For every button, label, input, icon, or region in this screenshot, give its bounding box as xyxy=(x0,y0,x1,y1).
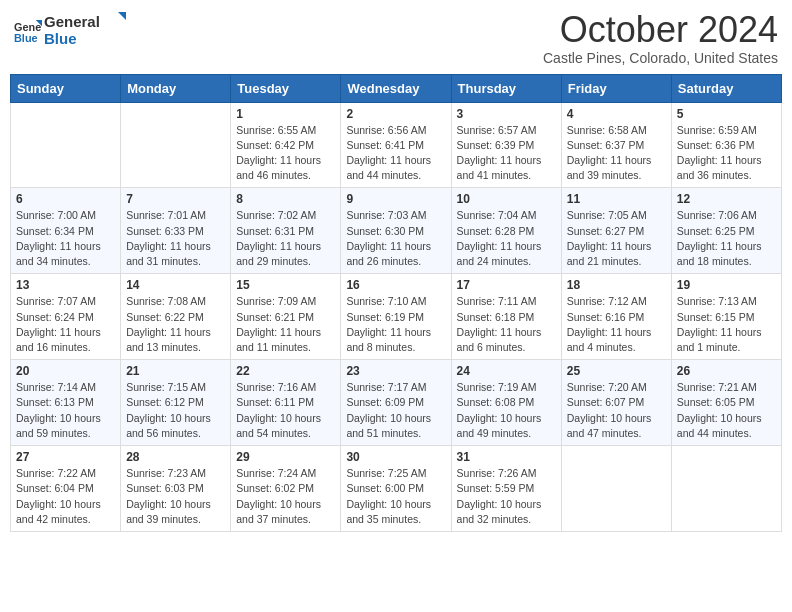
day-number: 3 xyxy=(457,107,556,121)
day-info: Sunrise: 7:09 AM Sunset: 6:21 PM Dayligh… xyxy=(236,294,335,355)
day-info: Sunrise: 7:08 AM Sunset: 6:22 PM Dayligh… xyxy=(126,294,225,355)
day-info: Sunrise: 7:01 AM Sunset: 6:33 PM Dayligh… xyxy=(126,208,225,269)
calendar-week-2: 6Sunrise: 7:00 AM Sunset: 6:34 PM Daylig… xyxy=(11,188,782,274)
calendar-cell: 29Sunrise: 7:24 AM Sunset: 6:02 PM Dayli… xyxy=(231,446,341,532)
calendar-header-row: SundayMondayTuesdayWednesdayThursdayFrid… xyxy=(11,74,782,102)
day-number: 19 xyxy=(677,278,776,292)
calendar-table: SundayMondayTuesdayWednesdayThursdayFrid… xyxy=(10,74,782,532)
day-number: 8 xyxy=(236,192,335,206)
day-info: Sunrise: 7:20 AM Sunset: 6:07 PM Dayligh… xyxy=(567,380,666,441)
calendar-cell xyxy=(121,102,231,188)
day-number: 29 xyxy=(236,450,335,464)
day-info: Sunrise: 7:25 AM Sunset: 6:00 PM Dayligh… xyxy=(346,466,445,527)
day-number: 26 xyxy=(677,364,776,378)
calendar-cell: 5Sunrise: 6:59 AM Sunset: 6:36 PM Daylig… xyxy=(671,102,781,188)
day-number: 11 xyxy=(567,192,666,206)
day-number: 18 xyxy=(567,278,666,292)
day-number: 5 xyxy=(677,107,776,121)
calendar-week-1: 1Sunrise: 6:55 AM Sunset: 6:42 PM Daylig… xyxy=(11,102,782,188)
page-header: General Blue General Blue October 2024 C… xyxy=(10,10,782,66)
day-number: 1 xyxy=(236,107,335,121)
calendar-cell xyxy=(561,446,671,532)
calendar-cell: 16Sunrise: 7:10 AM Sunset: 6:19 PM Dayli… xyxy=(341,274,451,360)
day-info: Sunrise: 7:17 AM Sunset: 6:09 PM Dayligh… xyxy=(346,380,445,441)
calendar-cell xyxy=(671,446,781,532)
day-number: 9 xyxy=(346,192,445,206)
calendar-cell: 7Sunrise: 7:01 AM Sunset: 6:33 PM Daylig… xyxy=(121,188,231,274)
title-block: October 2024 Castle Pines, Colorado, Uni… xyxy=(543,10,778,66)
calendar-cell: 21Sunrise: 7:15 AM Sunset: 6:12 PM Dayli… xyxy=(121,360,231,446)
calendar-cell: 31Sunrise: 7:26 AM Sunset: 5:59 PM Dayli… xyxy=(451,446,561,532)
day-info: Sunrise: 7:05 AM Sunset: 6:27 PM Dayligh… xyxy=(567,208,666,269)
col-header-sunday: Sunday xyxy=(11,74,121,102)
calendar-cell: 12Sunrise: 7:06 AM Sunset: 6:25 PM Dayli… xyxy=(671,188,781,274)
calendar-cell xyxy=(11,102,121,188)
day-number: 22 xyxy=(236,364,335,378)
calendar-cell: 23Sunrise: 7:17 AM Sunset: 6:09 PM Dayli… xyxy=(341,360,451,446)
svg-text:Blue: Blue xyxy=(44,30,77,47)
day-info: Sunrise: 7:07 AM Sunset: 6:24 PM Dayligh… xyxy=(16,294,115,355)
logo-icon: General Blue xyxy=(14,17,42,45)
calendar-cell: 10Sunrise: 7:04 AM Sunset: 6:28 PM Dayli… xyxy=(451,188,561,274)
col-header-monday: Monday xyxy=(121,74,231,102)
day-number: 4 xyxy=(567,107,666,121)
svg-text:General: General xyxy=(44,13,100,30)
col-header-wednesday: Wednesday xyxy=(341,74,451,102)
day-info: Sunrise: 7:12 AM Sunset: 6:16 PM Dayligh… xyxy=(567,294,666,355)
calendar-cell: 25Sunrise: 7:20 AM Sunset: 6:07 PM Dayli… xyxy=(561,360,671,446)
day-info: Sunrise: 7:11 AM Sunset: 6:18 PM Dayligh… xyxy=(457,294,556,355)
calendar-cell: 11Sunrise: 7:05 AM Sunset: 6:27 PM Dayli… xyxy=(561,188,671,274)
day-info: Sunrise: 7:26 AM Sunset: 5:59 PM Dayligh… xyxy=(457,466,556,527)
location: Castle Pines, Colorado, United States xyxy=(543,50,778,66)
calendar-cell: 17Sunrise: 7:11 AM Sunset: 6:18 PM Dayli… xyxy=(451,274,561,360)
col-header-saturday: Saturday xyxy=(671,74,781,102)
logo: General Blue General Blue xyxy=(14,10,134,52)
day-info: Sunrise: 7:22 AM Sunset: 6:04 PM Dayligh… xyxy=(16,466,115,527)
calendar-cell: 8Sunrise: 7:02 AM Sunset: 6:31 PM Daylig… xyxy=(231,188,341,274)
day-info: Sunrise: 7:06 AM Sunset: 6:25 PM Dayligh… xyxy=(677,208,776,269)
day-info: Sunrise: 6:59 AM Sunset: 6:36 PM Dayligh… xyxy=(677,123,776,184)
day-number: 24 xyxy=(457,364,556,378)
calendar-cell: 26Sunrise: 7:21 AM Sunset: 6:05 PM Dayli… xyxy=(671,360,781,446)
day-number: 15 xyxy=(236,278,335,292)
calendar-cell: 2Sunrise: 6:56 AM Sunset: 6:41 PM Daylig… xyxy=(341,102,451,188)
col-header-friday: Friday xyxy=(561,74,671,102)
col-header-thursday: Thursday xyxy=(451,74,561,102)
day-number: 21 xyxy=(126,364,225,378)
day-number: 31 xyxy=(457,450,556,464)
day-info: Sunrise: 6:57 AM Sunset: 6:39 PM Dayligh… xyxy=(457,123,556,184)
day-number: 27 xyxy=(16,450,115,464)
svg-text:Blue: Blue xyxy=(14,32,38,44)
day-info: Sunrise: 7:24 AM Sunset: 6:02 PM Dayligh… xyxy=(236,466,335,527)
day-info: Sunrise: 7:16 AM Sunset: 6:11 PM Dayligh… xyxy=(236,380,335,441)
day-number: 10 xyxy=(457,192,556,206)
day-info: Sunrise: 7:19 AM Sunset: 6:08 PM Dayligh… xyxy=(457,380,556,441)
calendar-cell: 27Sunrise: 7:22 AM Sunset: 6:04 PM Dayli… xyxy=(11,446,121,532)
day-info: Sunrise: 7:15 AM Sunset: 6:12 PM Dayligh… xyxy=(126,380,225,441)
calendar-cell: 18Sunrise: 7:12 AM Sunset: 6:16 PM Dayli… xyxy=(561,274,671,360)
calendar-cell: 24Sunrise: 7:19 AM Sunset: 6:08 PM Dayli… xyxy=(451,360,561,446)
day-info: Sunrise: 7:02 AM Sunset: 6:31 PM Dayligh… xyxy=(236,208,335,269)
day-info: Sunrise: 7:14 AM Sunset: 6:13 PM Dayligh… xyxy=(16,380,115,441)
calendar-cell: 20Sunrise: 7:14 AM Sunset: 6:13 PM Dayli… xyxy=(11,360,121,446)
calendar-cell: 4Sunrise: 6:58 AM Sunset: 6:37 PM Daylig… xyxy=(561,102,671,188)
calendar-cell: 22Sunrise: 7:16 AM Sunset: 6:11 PM Dayli… xyxy=(231,360,341,446)
day-number: 6 xyxy=(16,192,115,206)
day-number: 30 xyxy=(346,450,445,464)
calendar-cell: 30Sunrise: 7:25 AM Sunset: 6:00 PM Dayli… xyxy=(341,446,451,532)
calendar-cell: 9Sunrise: 7:03 AM Sunset: 6:30 PM Daylig… xyxy=(341,188,451,274)
day-info: Sunrise: 7:03 AM Sunset: 6:30 PM Dayligh… xyxy=(346,208,445,269)
day-number: 28 xyxy=(126,450,225,464)
day-info: Sunrise: 7:13 AM Sunset: 6:15 PM Dayligh… xyxy=(677,294,776,355)
day-info: Sunrise: 7:21 AM Sunset: 6:05 PM Dayligh… xyxy=(677,380,776,441)
day-info: Sunrise: 6:56 AM Sunset: 6:41 PM Dayligh… xyxy=(346,123,445,184)
calendar-cell: 14Sunrise: 7:08 AM Sunset: 6:22 PM Dayli… xyxy=(121,274,231,360)
day-number: 16 xyxy=(346,278,445,292)
calendar-week-4: 20Sunrise: 7:14 AM Sunset: 6:13 PM Dayli… xyxy=(11,360,782,446)
day-info: Sunrise: 7:23 AM Sunset: 6:03 PM Dayligh… xyxy=(126,466,225,527)
day-number: 14 xyxy=(126,278,225,292)
logo-line1: General Blue xyxy=(44,10,134,52)
day-info: Sunrise: 6:55 AM Sunset: 6:42 PM Dayligh… xyxy=(236,123,335,184)
calendar-cell: 6Sunrise: 7:00 AM Sunset: 6:34 PM Daylig… xyxy=(11,188,121,274)
day-number: 12 xyxy=(677,192,776,206)
